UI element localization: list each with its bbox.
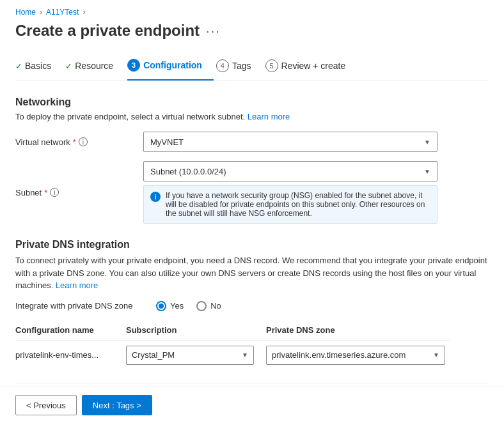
config-name-cell: privatelink-env-times...	[15, 340, 126, 370]
next-button[interactable]: Next : Tags >	[82, 395, 152, 415]
tags-circle: 4	[216, 59, 229, 72]
dns-zone-arrow: ▼	[433, 351, 439, 358]
subnet-required: *	[44, 188, 47, 197]
subnet-row: Subnet * i Subnet (10.0.0.0/24) ▼ i If y…	[15, 161, 489, 224]
page-title-row: Create a private endpoint ···	[15, 22, 489, 40]
page-title: Create a private endpoint	[15, 22, 200, 40]
breadcrumb-sep1: ›	[40, 8, 42, 17]
networking-title: Networking	[15, 96, 489, 108]
virtual-network-dropdown[interactable]: MyVNET ▼	[143, 132, 437, 152]
subnet-arrow: ▼	[424, 168, 430, 175]
subscription-cell: Crystal_PM ▼	[126, 340, 266, 370]
dns-table-body: privatelink-env-times... Crystal_PM ▼ pr…	[15, 340, 450, 370]
virtual-network-label: Virtual network * i	[15, 137, 143, 147]
subnet-info-icon[interactable]: i	[50, 188, 59, 197]
subnet-control: Subnet (10.0.0.0/24) ▼ i If you have a n…	[143, 161, 489, 224]
dns-zone-value: privatelink.env.timeseries.azure.com	[272, 350, 406, 360]
dns-table-head: Configuration name Subscription Private …	[15, 321, 450, 341]
subscription-dropdown[interactable]: Crystal_PM ▼	[126, 346, 254, 365]
step-resource-label: Resource	[75, 61, 113, 71]
step-basics-label: Basics	[25, 61, 51, 71]
step-basics[interactable]: ✓ Basics	[15, 54, 63, 79]
networking-section: Networking To deploy the private endpoin…	[15, 96, 489, 224]
virtual-network-info-icon[interactable]: i	[79, 137, 88, 146]
subnet-dropdown[interactable]: Subnet (10.0.0.0/24) ▼	[143, 161, 437, 181]
dns-title: Private DNS integration	[15, 239, 489, 250]
subnet-label: Subnet * i	[15, 188, 143, 197]
networking-desc: To deploy the private endpoint, select a…	[15, 112, 489, 121]
dns-zone-cell: privatelink.env.timeseries.azure.com ▼	[266, 340, 450, 370]
footer: < Previous Next : Tags >	[0, 387, 504, 423]
col-header-sub: Subscription	[126, 321, 266, 341]
footer-divider	[15, 383, 489, 383]
dns-learn-more[interactable]: Learn more	[56, 281, 98, 290]
virtual-network-row: Virtual network * i MyVNET ▼	[15, 132, 489, 152]
radio-yes-btn[interactable]	[156, 301, 166, 311]
previous-button[interactable]: < Previous	[15, 395, 77, 415]
integrate-dns-label: Integrate with private DNS zone	[15, 301, 143, 311]
step-configuration[interactable]: 3 Configuration	[127, 52, 214, 81]
networking-learn-more[interactable]: Learn more	[248, 112, 290, 121]
step-review-label: Review + create	[281, 61, 346, 71]
integrate-dns-row: Integrate with private DNS zone Yes No	[15, 301, 489, 311]
dns-section: Private DNS integration To connect priva…	[15, 239, 489, 370]
subscription-value: Crystal_PM	[132, 350, 175, 360]
col-header-dns: Private DNS zone	[266, 321, 450, 341]
nsg-notice: i If you have a network security group (…	[143, 185, 437, 224]
radio-no[interactable]: No	[196, 301, 221, 311]
breadcrumb-home[interactable]: Home	[15, 8, 36, 17]
dns-desc: To connect privately with your private e…	[15, 254, 489, 292]
step-tags[interactable]: 4 Tags	[216, 53, 263, 80]
review-circle: 5	[265, 59, 278, 72]
dns-zone-dropdown[interactable]: privatelink.env.timeseries.azure.com ▼	[266, 346, 445, 365]
virtual-network-required: *	[73, 137, 76, 147]
breadcrumb-sep2: ›	[83, 8, 85, 17]
subnet-value: Subnet (10.0.0.0/24)	[150, 167, 226, 176]
breadcrumb-a11ytest[interactable]: A11YTest	[46, 8, 79, 17]
virtual-network-control: MyVNET ▼	[143, 132, 489, 152]
configuration-circle: 3	[127, 59, 140, 72]
radio-yes-label: Yes	[170, 301, 184, 311]
nsg-info-icon: i	[150, 192, 161, 202]
dns-table: Configuration name Subscription Private …	[15, 321, 450, 370]
step-tags-label: Tags	[232, 61, 251, 71]
radio-options: Yes No	[156, 301, 221, 311]
radio-yes[interactable]: Yes	[156, 301, 184, 311]
virtual-network-value: MyVNET	[150, 137, 184, 147]
subscription-arrow: ▼	[242, 351, 248, 358]
wizard-steps: ✓ Basics ✓ Resource 3 Configuration 4 Ta…	[15, 52, 489, 81]
step-review[interactable]: 5 Review + create	[265, 53, 358, 80]
radio-no-btn[interactable]	[196, 301, 207, 311]
more-options-icon[interactable]: ···	[206, 24, 221, 38]
radio-no-label: No	[210, 301, 221, 311]
step-configuration-label: Configuration	[143, 60, 202, 70]
col-header-config: Configuration name	[15, 321, 126, 341]
basics-check-icon: ✓	[15, 61, 22, 71]
nsg-text: If you have a network security group (NS…	[166, 191, 430, 218]
breadcrumb: Home › A11YTest ›	[15, 8, 489, 17]
step-resource[interactable]: ✓ Resource	[65, 54, 125, 79]
resource-check-icon: ✓	[65, 61, 72, 71]
virtual-network-arrow: ▼	[424, 139, 430, 146]
table-row: privatelink-env-times... Crystal_PM ▼ pr…	[15, 340, 450, 370]
